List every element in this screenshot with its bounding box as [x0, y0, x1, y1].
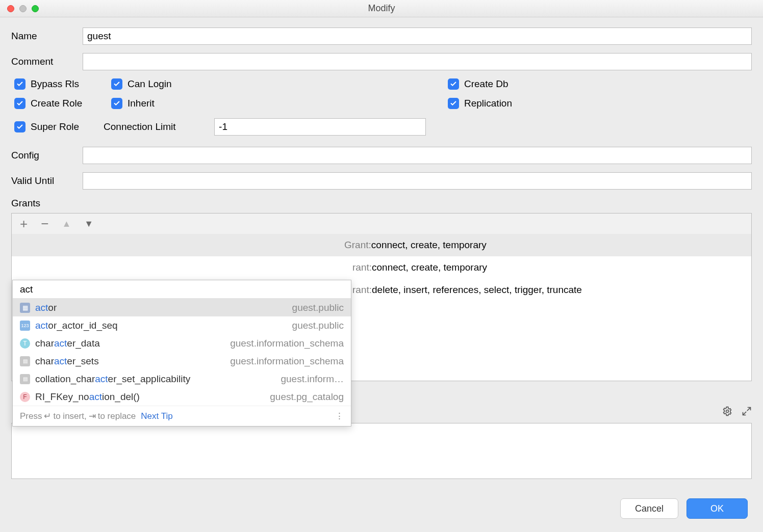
autocomplete-popup: ▦ actor guest.public 123 actor_actor_id_… [12, 280, 351, 427]
tab-icon: ⇥ [89, 411, 96, 421]
super-role-checkbox[interactable]: Super Role [14, 121, 79, 132]
more-icon[interactable]: ⋮ [335, 411, 344, 421]
ok-button[interactable]: OK [686, 498, 748, 519]
autocomplete-item[interactable]: ▦ actor guest.public [13, 299, 351, 316]
sql-preview[interactable] [11, 423, 752, 479]
dialog-buttons: Cancel OK [620, 498, 748, 519]
titlebar: Modify [0, 0, 763, 17]
view-icon: ▤ [20, 374, 30, 384]
check-icon [14, 78, 26, 90]
remove-button[interactable]: − [41, 217, 48, 230]
svg-point-0 [726, 410, 729, 412]
move-up-button[interactable]: ▲ [62, 219, 71, 229]
grants-label: Grants [11, 198, 752, 209]
autocomplete-item[interactable]: 123 actor_actor_id_seq guest.public [13, 316, 351, 334]
check-icon [111, 98, 122, 109]
sequence-icon: 123 [20, 321, 30, 331]
connection-limit-input[interactable] [214, 118, 426, 136]
grant-key: Grant: [344, 240, 371, 251]
valid-until-label: Valid Until [11, 175, 83, 187]
autocomplete-location: guest.information_schema [230, 356, 344, 367]
enter-icon: ↵ [44, 411, 51, 421]
check-icon [448, 78, 459, 90]
check-icon [14, 98, 26, 109]
table-icon: ▦ [20, 303, 30, 313]
autocomplete-item[interactable]: ▤ collation_character_set_applicability … [13, 370, 351, 388]
name-label: Name [11, 31, 83, 42]
create-role-label: Create Role [31, 98, 82, 109]
check-icon [14, 121, 26, 132]
grant-key: rant: [352, 262, 372, 273]
bypass-rls-checkbox[interactable]: Bypass Rls [14, 78, 111, 90]
config-input[interactable] [83, 147, 752, 164]
autocomplete-location: guest.information_schema [230, 338, 344, 349]
grants-toolbar: + − ▲ ▼ [12, 214, 751, 234]
autocomplete-location: guest.public [292, 320, 344, 331]
grant-key: rant: [352, 284, 372, 296]
window-title: Modify [0, 3, 763, 14]
grant-row[interactable]: Grant: connect, create, temporary [12, 234, 751, 256]
bypass-rls-label: Bypass Rls [31, 78, 79, 90]
inherit-checkbox[interactable]: Inherit [111, 98, 448, 109]
grant-value: delete, insert, references, select, trig… [372, 284, 582, 296]
autocomplete-input-row [13, 280, 351, 299]
can-login-label: Can Login [128, 78, 172, 90]
create-db-label: Create Db [464, 78, 508, 90]
move-down-button[interactable]: ▼ [84, 219, 93, 229]
grant-value: connect, create, temporary [372, 262, 487, 273]
next-tip-link[interactable]: Next Tip [141, 411, 172, 421]
autocomplete-item[interactable]: ▤ character_sets guest.information_schem… [13, 352, 351, 370]
check-icon [111, 78, 122, 90]
can-login-checkbox[interactable]: Can Login [111, 78, 448, 90]
cancel-button[interactable]: Cancel [620, 498, 678, 519]
type-icon: T [20, 338, 30, 349]
add-button[interactable]: + [20, 217, 28, 230]
view-icon: ▤ [20, 356, 30, 366]
autocomplete-location: guest.pg_catalog [270, 391, 344, 403]
replication-label: Replication [464, 98, 512, 109]
function-icon: F [20, 392, 30, 402]
connection-limit-label: Connection Limit [104, 121, 203, 132]
replication-checkbox[interactable]: Replication [448, 98, 752, 109]
config-label: Config [11, 150, 83, 161]
grant-value: connect, create, temporary [371, 240, 487, 251]
autocomplete-input[interactable] [13, 282, 351, 297]
expand-icon[interactable] [742, 406, 752, 419]
create-role-checkbox[interactable]: Create Role [14, 98, 111, 109]
valid-until-input[interactable] [83, 172, 752, 190]
autocomplete-footer: Press ↵ to insert, ⇥ to replace Next Tip… [13, 406, 351, 426]
autocomplete-location: guest.inform… [281, 374, 344, 385]
check-icon [448, 98, 459, 109]
autocomplete-item[interactable]: T character_data guest.information_schem… [13, 334, 351, 352]
create-db-checkbox[interactable]: Create Db [448, 78, 752, 90]
autocomplete-location: guest.public [292, 302, 344, 313]
autocomplete-item[interactable]: F RI_FKey_noaction_del() guest.pg_catalo… [13, 388, 351, 406]
super-role-label: Super Role [31, 121, 79, 132]
comment-label: Comment [11, 56, 83, 67]
name-input[interactable] [83, 28, 752, 45]
gear-icon[interactable] [722, 406, 732, 419]
grant-row[interactable]: rant: connect, create, temporary [12, 256, 751, 279]
comment-input[interactable] [83, 53, 752, 70]
inherit-label: Inherit [128, 98, 155, 109]
